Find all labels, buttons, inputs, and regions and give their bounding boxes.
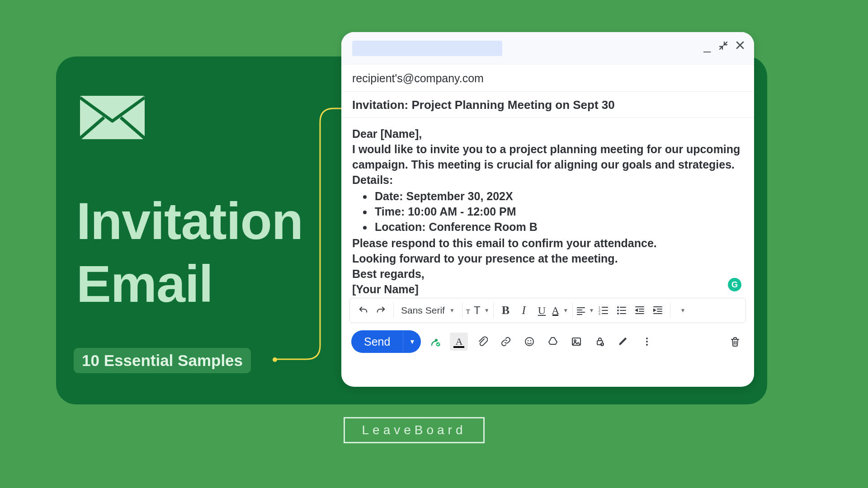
body-greeting: Dear [Name], xyxy=(352,126,743,141)
list-item: Date: September 30, 202X xyxy=(373,188,743,204)
text-color-button[interactable]: A▼ xyxy=(552,302,569,319)
body-confirm: Please respond to this email to confirm … xyxy=(352,235,743,251)
minimize-icon[interactable]: _ xyxy=(703,38,711,53)
list-item: Location: Conference Room B xyxy=(373,219,743,235)
page-title: Invitation Email xyxy=(76,190,303,315)
more-options-icon[interactable] xyxy=(638,333,656,351)
envelope-icon xyxy=(79,95,146,140)
confidential-mode-icon[interactable] xyxy=(591,333,609,351)
connector-start-dot xyxy=(273,357,277,362)
formatting-toolbar: Sans Serif ▼ TT ▼ B I U A▼ ▼ 123 xyxy=(349,298,746,323)
title-line-2: Email xyxy=(76,253,303,315)
discard-draft-icon[interactable] xyxy=(726,333,744,351)
chevron-down-icon: ▼ xyxy=(449,307,455,314)
body-intro: I would like to invite you to a project … xyxy=(352,141,743,172)
svg-point-6 xyxy=(617,313,619,314)
insert-signature-icon[interactable] xyxy=(614,333,632,351)
more-formatting-button[interactable]: ▼ xyxy=(674,302,691,319)
chevron-down-icon: ▼ xyxy=(589,307,594,314)
bold-button[interactable]: B xyxy=(497,302,514,319)
list-item: Time: 10:00 AM - 12:00 PM xyxy=(373,204,743,219)
svg-point-7 xyxy=(435,339,438,342)
insert-photo-icon[interactable] xyxy=(567,333,585,351)
svg-point-4 xyxy=(617,306,619,308)
insert-drive-icon[interactable] xyxy=(544,333,562,351)
redo-icon[interactable] xyxy=(373,302,390,319)
brand-logo: LeaveBoard xyxy=(344,417,485,443)
attach-file-icon[interactable] xyxy=(473,333,491,351)
svg-point-5 xyxy=(617,310,619,311)
underline-button[interactable]: U xyxy=(533,302,551,319)
to-field[interactable]: recipient's@company.com xyxy=(341,65,754,92)
svg-point-11 xyxy=(530,340,532,342)
chevron-down-icon: ▼ xyxy=(484,307,490,314)
indent-decrease-button[interactable] xyxy=(631,302,648,319)
svg-text:2: 2 xyxy=(599,309,600,312)
svg-point-10 xyxy=(528,340,529,342)
body-forward: Looking forward to your presence at the … xyxy=(352,251,743,266)
undo-icon[interactable] xyxy=(354,302,372,319)
svg-point-18 xyxy=(646,344,648,346)
svg-point-9 xyxy=(525,338,533,346)
align-button[interactable]: ▼ xyxy=(576,302,594,319)
schedule-send-icon[interactable] xyxy=(426,333,444,351)
popout-icon[interactable] xyxy=(719,41,728,56)
compose-window: _ recipient's@company.com Invitation: Pr… xyxy=(341,32,754,387)
chevron-down-icon: ▼ xyxy=(563,307,568,314)
numbered-list-button[interactable]: 123 xyxy=(595,302,612,319)
svg-point-13 xyxy=(574,340,576,342)
grammarly-icon[interactable]: G xyxy=(728,278,741,291)
body-details-list: Date: September 30, 202X Time: 10:00 AM … xyxy=(373,188,743,235)
send-button[interactable]: Send xyxy=(351,330,403,353)
send-options-button[interactable]: ▼ xyxy=(403,330,421,353)
font-family-select[interactable]: Sans Serif ▼ xyxy=(397,302,458,319)
close-icon[interactable] xyxy=(736,41,744,56)
font-family-label: Sans Serif xyxy=(401,305,445,316)
compose-footer: Send ▼ A xyxy=(341,323,754,353)
body-signature: [Your Name] xyxy=(352,282,743,297)
italic-button[interactable]: I xyxy=(515,302,533,319)
body-closing: Best regards, xyxy=(352,266,743,282)
svg-text:1: 1 xyxy=(599,306,600,309)
window-titlebar: _ xyxy=(341,32,754,65)
svg-rect-0 xyxy=(80,96,145,139)
svg-text:3: 3 xyxy=(599,312,600,315)
title-line-1: Invitation xyxy=(76,190,303,253)
svg-point-16 xyxy=(646,338,648,339)
samples-badge: 10 Essential Samples xyxy=(74,348,251,373)
insert-emoji-icon[interactable] xyxy=(520,333,538,351)
send-button-group: Send ▼ xyxy=(351,330,421,353)
font-size-select[interactable]: TT ▼ xyxy=(466,302,490,319)
insert-link-icon[interactable] xyxy=(497,333,515,351)
email-body[interactable]: Dear [Name], I would like to invite you … xyxy=(341,118,754,295)
bulleted-list-button[interactable] xyxy=(613,302,630,319)
title-placeholder-highlight xyxy=(352,41,502,56)
svg-point-17 xyxy=(646,341,648,343)
indent-increase-button[interactable] xyxy=(649,302,666,319)
body-details-label: Details: xyxy=(352,172,743,188)
subject-field[interactable]: Invitation: Project Planning Meeting on … xyxy=(341,92,754,118)
text-highlight-icon[interactable]: A xyxy=(450,333,468,351)
